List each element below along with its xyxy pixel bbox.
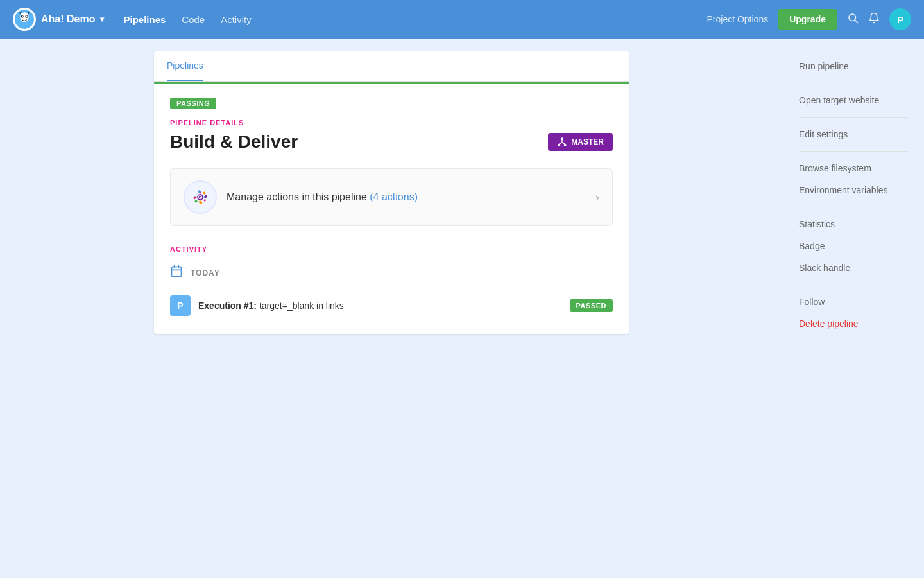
activity-section-label: ACTIVITY [170,245,613,253]
today-label: TODAY [191,268,220,277]
branch-label: MASTER [571,137,604,146]
calendar-icon [170,265,183,281]
sidebar-delete-pipeline[interactable]: Delete pipeline [799,319,908,329]
execution-left: P Execution #1: target=_blank in links [170,295,344,316]
search-icon[interactable] [847,12,859,27]
svg-point-5 [26,16,28,17]
actions-count: (4 actions) [370,191,418,202]
pipeline-title-row: Build & Deliver MASTER [170,132,613,152]
sidebar-environment-variables[interactable]: Environment variables [799,185,908,195]
app-logo[interactable]: Aha! Demo ▾ [13,8,104,31]
sidebar-badge[interactable]: Badge [799,241,908,251]
svg-point-9 [558,144,560,146]
gear-icon [184,180,217,214]
notifications-icon[interactable] [868,12,880,27]
master-badge: MASTER [548,133,613,151]
pipeline-card: Pipelines PASSING PIPELINE DETAILS Build… [154,51,629,334]
svg-point-8 [561,138,563,140]
upgrade-button[interactable]: Upgrade [778,9,837,30]
pipeline-title-text: Build & Deliver [170,132,298,152]
passing-badge: PASSING [170,98,216,109]
nav-activity[interactable]: Activity [221,14,252,25]
sidebar-open-target[interactable]: Open target website [799,95,908,105]
sidebar-divider-3 [799,151,908,152]
svg-line-12 [560,143,563,144]
nav-pipelines[interactable]: Pipelines [123,14,166,25]
tab-pipelines[interactable]: Pipelines [167,51,203,81]
sidebar-browse-filesystem[interactable]: Browse filesystem [799,163,908,173]
chevron-right-icon[interactable]: › [595,191,599,204]
execution-text: Execution #1: target=_blank in links [198,301,344,311]
pipeline-body: PASSING PIPELINE DETAILS Build & Deliver [154,84,629,334]
svg-line-7 [855,20,857,22]
nav-code[interactable]: Code [182,14,205,25]
main-content: Pipelines PASSING PIPELINE DETAILS Build… [0,39,924,578]
execution-row: P Execution #1: target=_blank in links P… [170,290,613,321]
actions-left: Manage actions in this pipeline (4 actio… [184,180,418,214]
svg-point-4 [22,16,23,17]
main-nav: Pipelines Code Activity [123,14,687,25]
svg-rect-29 [172,267,182,276]
sidebar-statistics[interactable]: Statistics [799,219,908,229]
dropdown-arrow-icon: ▾ [100,15,104,24]
actions-row[interactable]: Manage actions in this pipeline (4 actio… [170,168,613,226]
sidebar-divider-2 [799,117,908,118]
today-row: TODAY [170,265,613,281]
execution-status-badge: PASSED [570,299,613,312]
sidebar-slack-handle[interactable]: Slack handle [799,263,908,273]
svg-point-26 [203,192,205,195]
execution-detail: target=_blank in links [259,301,344,311]
svg-point-25 [200,197,201,198]
sidebar-follow[interactable]: Follow [799,297,908,307]
header-right: Project Options Upgrade P [706,8,911,30]
manage-actions-text: Manage actions in this pipeline (4 actio… [227,191,418,203]
svg-point-10 [565,144,567,146]
logo-avatar [13,8,36,31]
main-header: Aha! Demo ▾ Pipelines Code Activity Proj… [0,0,924,39]
svg-point-28 [204,199,206,201]
user-avatar[interactable]: P [889,8,911,30]
svg-line-13 [562,143,565,144]
center-panel: Pipelines PASSING PIPELINE DETAILS Build… [141,51,642,565]
sidebar-edit-settings[interactable]: Edit settings [799,129,908,139]
svg-point-27 [195,200,198,202]
sidebar-run-pipeline[interactable]: Run pipeline [799,61,908,71]
sidebar-divider-1 [799,83,908,83]
sidebar-divider-4 [799,207,908,207]
execution-avatar: P [170,295,191,316]
app-name: Aha! Demo [41,13,95,25]
pipeline-tabs: Pipelines [154,51,629,82]
project-options-link[interactable]: Project Options [706,14,768,24]
pipeline-details-label: PIPELINE DETAILS [170,119,613,127]
sidebar-divider-5 [799,285,908,285]
right-sidebar: Run pipeline Open target website Edit se… [783,51,924,565]
